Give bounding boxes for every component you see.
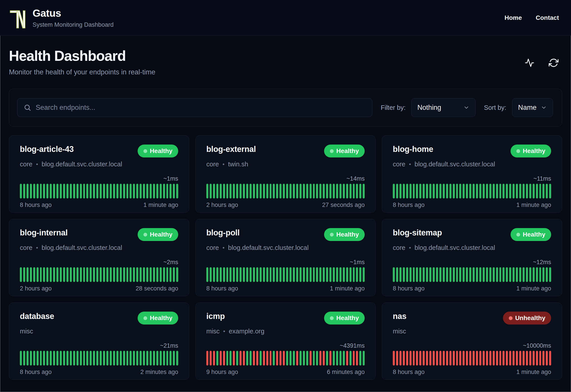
status-dot-icon	[509, 316, 512, 320]
uptime-bar	[263, 184, 265, 198]
filter-select[interactable]: Nothing	[411, 98, 476, 117]
status-label: Healthy	[150, 231, 172, 238]
endpoint-name: database	[20, 311, 54, 322]
endpoint-card[interactable]: blog-internal Healthy core • blog.defaul…	[9, 219, 189, 296]
endpoint-group: core	[393, 244, 405, 252]
status-badge: Healthy	[138, 145, 178, 157]
uptime-bar	[443, 351, 445, 365]
uptime-bar	[356, 351, 358, 365]
uptime-bar	[126, 184, 128, 198]
uptime-bar	[143, 267, 145, 282]
uptime-bar	[319, 351, 321, 365]
uptime-bar	[27, 184, 29, 198]
uptime-bar	[116, 267, 119, 282]
uptime-bar	[486, 351, 488, 365]
endpoint-name: nas	[393, 311, 406, 322]
uptime-bar	[253, 184, 255, 198]
filter-select-value: Nothing	[417, 104, 441, 112]
uptime-bar	[310, 267, 312, 282]
uptime-bar	[66, 184, 68, 198]
uptime-bar	[40, 184, 42, 198]
history-start-time: 8 hours ago	[393, 202, 425, 208]
endpoints-grid: blog-article-43 Healthy core • blog.defa…	[9, 135, 562, 380]
endpoint-card[interactable]: blog-home Healthy core • blog.default.sv…	[382, 135, 562, 213]
search-input[interactable]	[36, 104, 366, 112]
nav-home[interactable]: Home	[505, 14, 522, 21]
endpoint-card[interactable]: database Healthy misc ~21ms 8 hours ago …	[9, 302, 189, 380]
uptime-bar	[463, 351, 465, 365]
uptime-bar	[536, 184, 538, 198]
uptime-bar	[126, 351, 128, 365]
refresh-icon[interactable]	[549, 58, 558, 68]
uptime-bar	[280, 184, 282, 198]
activity-pulse-icon[interactable]	[525, 58, 534, 68]
uptime-bar	[166, 351, 168, 365]
endpoint-meta: core • blog.default.svc.cluster.local	[20, 160, 178, 168]
uptime-bar	[539, 267, 541, 282]
uptime-bar	[479, 351, 481, 365]
uptime-bar	[76, 267, 78, 282]
uptime-bar	[516, 184, 518, 198]
uptime-bar	[236, 351, 238, 365]
uptime-bar	[473, 351, 475, 365]
sort-select-value: Name	[518, 104, 537, 112]
uptime-bar	[253, 267, 255, 282]
uptime-bar	[93, 351, 95, 365]
endpoint-card[interactable]: blog-poll Healthy core • blog.default.sv…	[195, 219, 376, 296]
endpoint-card[interactable]: icmp Healthy misc • example.org ~4391ms …	[195, 302, 376, 380]
uptime-bar	[349, 351, 351, 365]
uptime-bar	[66, 351, 68, 365]
uptime-bar	[216, 351, 218, 365]
uptime-bar	[509, 351, 511, 365]
uptime-bar	[286, 267, 288, 282]
endpoint-card[interactable]: nas Unhealthy misc ~10000ms 8 hours ago …	[382, 302, 562, 380]
uptime-bar	[150, 267, 152, 282]
uptime-bar	[489, 184, 491, 198]
uptime-bar	[426, 351, 428, 365]
uptime-bar	[86, 351, 88, 365]
uptime-bar	[529, 351, 531, 365]
uptime-bar	[113, 267, 115, 282]
nav-contact[interactable]: Contact	[536, 14, 559, 21]
uptime-bar	[403, 184, 405, 198]
sort-select[interactable]: Name	[512, 98, 553, 117]
uptime-bar	[393, 351, 395, 365]
sort-by-label: Sort by:	[484, 104, 506, 111]
uptime-bar	[86, 184, 88, 198]
uptime-bar	[516, 267, 518, 282]
uptime-bar	[533, 184, 535, 198]
endpoint-card[interactable]: blog-article-43 Healthy core • blog.defa…	[9, 135, 189, 213]
uptime-bar	[506, 351, 508, 365]
latency-value: ~10000ms	[393, 342, 551, 349]
uptime-bar	[43, 267, 45, 282]
uptime-bar	[486, 267, 488, 282]
uptime-bar	[333, 267, 335, 282]
uptime-bar	[150, 351, 152, 365]
uptime-bar	[539, 184, 541, 198]
uptime-bar	[343, 184, 345, 198]
uptime-bar	[296, 351, 298, 365]
tn-monogram-icon	[9, 9, 26, 30]
uptime-bar	[439, 267, 441, 282]
endpoint-card[interactable]: blog-sitemap Healthy core • blog.default…	[382, 219, 562, 296]
uptime-bar	[310, 351, 312, 365]
uptime-bar	[429, 267, 431, 282]
uptime-bar	[459, 351, 461, 365]
uptime-bar	[280, 351, 282, 365]
latency-value: ~14ms	[206, 175, 365, 182]
uptime-bar	[499, 267, 501, 282]
status-badge: Healthy	[138, 228, 178, 241]
uptime-bar	[493, 184, 495, 198]
uptime-bar	[20, 267, 22, 282]
uptime-bar	[363, 184, 365, 198]
latency-value: ~12ms	[393, 259, 551, 266]
uptime-bar	[296, 184, 298, 198]
uptime-bar	[176, 184, 178, 198]
endpoint-card[interactable]: blog-external Healthy core • twin.sh ~14…	[195, 135, 376, 213]
uptime-bar	[53, 267, 55, 282]
uptime-bar	[493, 267, 495, 282]
uptime-bar	[359, 351, 361, 365]
uptime-bar	[270, 267, 272, 282]
endpoint-name: blog-sitemap	[393, 228, 442, 238]
uptime-bars	[393, 184, 551, 198]
